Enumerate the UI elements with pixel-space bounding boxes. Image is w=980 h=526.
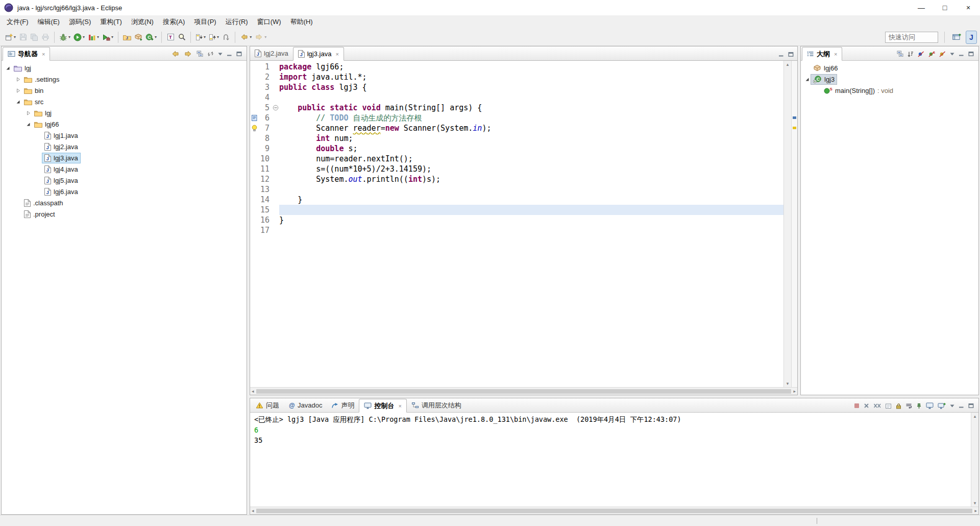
back-button[interactable] [171, 51, 180, 57]
code-text[interactable]: System.out.println((int)s); [279, 174, 783, 184]
scrollbar-thumb[interactable] [256, 389, 792, 394]
tree-item-content[interactable]: Clgj3 [811, 75, 837, 84]
remove-all-button[interactable] [873, 403, 881, 409]
code-text[interactable]: import java.util.*; [279, 72, 783, 82]
minimize-button[interactable] [778, 52, 784, 57]
code-line[interactable]: 8 int num; [250, 133, 783, 144]
code-text[interactable]: } [279, 195, 783, 205]
editor-tab-lgj3[interactable]: Jlgj3.java× [293, 47, 344, 61]
dropdown-arrow-icon[interactable]: ▾ [264, 35, 266, 39]
line-number[interactable]: 10 [258, 154, 272, 164]
menu-item-file[interactable]: 文件(F) [2, 16, 33, 28]
code-line[interactable]: 1package lgj66; [250, 62, 783, 72]
console-area-tab-console[interactable]: 控制台× [359, 399, 406, 413]
back-button[interactable]: ▾ [238, 31, 253, 44]
code-text[interactable] [279, 205, 783, 215]
next-annotation-button[interactable]: ▾ [194, 31, 207, 44]
search-button[interactable] [176, 31, 187, 44]
tree-item[interactable]: .classpath [2, 197, 247, 208]
collapse-all-button[interactable] [897, 51, 903, 57]
close-outline-icon[interactable]: × [834, 51, 837, 57]
last-edit-location-button[interactable] [220, 31, 232, 44]
tree-expand-icon[interactable] [4, 66, 12, 70]
console-area-tab-call-hierarchy[interactable]: 调用层次结构 [407, 398, 466, 412]
close-console-tab-icon[interactable]: × [398, 403, 401, 409]
close-window-button[interactable]: × [957, 0, 980, 15]
maximize-button[interactable] [968, 403, 974, 409]
tree-item-content[interactable]: lgj66 [811, 63, 840, 73]
line-number[interactable]: 4 [258, 92, 272, 103]
console-area-tab-declaration[interactable]: 声明 [327, 398, 359, 412]
tree-item-content[interactable]: .classpath [22, 198, 65, 208]
line-number[interactable]: 15 [258, 205, 272, 215]
minimize-button[interactable] [959, 51, 964, 57]
code-text[interactable]: num=reader.nextInt(); [279, 154, 783, 164]
code-line[interactable]: 12 System.out.println((int)s); [250, 174, 783, 184]
code-text[interactable]: int num; [279, 133, 783, 144]
close-editor-tab-icon[interactable]: × [335, 51, 338, 57]
menu-item-source[interactable]: 源码(S) [64, 16, 95, 28]
code-line[interactable]: 6 // TODO 自动生成的方法存根 [250, 113, 783, 123]
console-horizontal-scrollbar[interactable]: ◂ ▸ [250, 507, 978, 514]
line-number[interactable]: 11 [258, 164, 272, 174]
tree-item[interactable]: Jlgj2.java [2, 141, 247, 152]
code-line[interactable]: 15 [250, 205, 783, 215]
remove-launch-button[interactable] [864, 403, 869, 409]
hide-fields-button[interactable] [918, 51, 924, 57]
tree-expand-icon[interactable] [24, 122, 32, 127]
tree-item[interactable]: bin [2, 85, 247, 96]
menu-item-refactor[interactable]: 重构(T) [95, 16, 127, 28]
tree-item[interactable]: lgj [2, 62, 247, 74]
code-text[interactable]: public static void main(String[] args) { [279, 103, 783, 113]
line-number[interactable]: 13 [258, 184, 272, 195]
terminate-button[interactable] [854, 403, 860, 409]
console-area-tab-problems[interactable]: 问题 [251, 398, 284, 412]
menu-item-edit[interactable]: 编辑(E) [33, 16, 64, 28]
line-number[interactable]: 3 [258, 82, 272, 92]
tree-expand-icon[interactable] [14, 88, 22, 93]
line-number[interactable]: 7 [258, 123, 272, 133]
dropdown-arrow-icon[interactable]: ▾ [14, 35, 16, 39]
run-button[interactable]: ▾ [72, 31, 86, 44]
sort-button[interactable] [908, 51, 914, 57]
tree-item-content[interactable]: lgj66 [32, 119, 61, 129]
maximize-window-button[interactable]: □ [933, 0, 957, 15]
navigator-tab[interactable]: 导航器 × [3, 47, 50, 61]
tree-item[interactable]: Jlgj3.java [2, 152, 247, 163]
scroll-right-icon[interactable]: ▸ [974, 508, 977, 513]
task-marker-overview-icon[interactable] [793, 116, 796, 119]
code-text[interactable] [279, 225, 783, 235]
scroll-left-icon[interactable]: ◂ [252, 508, 254, 513]
tree-item-content[interactable]: src [22, 97, 45, 107]
scroll-up-icon[interactable]: ▴ [787, 62, 789, 67]
link-with-editor-button[interactable] [207, 51, 214, 57]
code-line[interactable]: 7 Scanner reader=new Scanner(System.in); [250, 123, 783, 133]
code-text[interactable]: // TODO 自动生成的方法存根 [279, 113, 783, 123]
scroll-left-icon[interactable]: ◂ [252, 389, 254, 394]
line-number[interactable]: 6 [258, 113, 272, 123]
scroll-down-icon[interactable]: ▾ [787, 381, 789, 386]
line-number[interactable]: 5 [258, 103, 272, 113]
task-marker-icon[interactable] [250, 113, 258, 123]
open-perspective-button[interactable] [951, 31, 963, 44]
tree-item[interactable]: Jlgj1.java [2, 130, 247, 141]
open-type-button[interactable]: T [165, 31, 176, 44]
tree-item[interactable]: src [2, 96, 247, 107]
code-line[interactable]: 3public class lgj3 { [250, 82, 783, 92]
code-line[interactable]: 2import java.util.*; [250, 72, 783, 82]
code-text[interactable]: } [279, 215, 783, 225]
menu-item-search[interactable]: 搜索(A) [158, 16, 189, 28]
tree-item-content[interactable]: Jlgj1.java [42, 131, 80, 140]
clear-button[interactable] [885, 403, 892, 409]
view-menu-button[interactable] [218, 53, 223, 56]
hide-non-public-button[interactable] [939, 51, 946, 57]
forward-button[interactable] [184, 51, 192, 57]
editor-horizontal-scrollbar[interactable]: ◂ ▸ [250, 387, 797, 395]
code-line[interactable]: 16} [250, 215, 783, 225]
line-number[interactable]: 1 [258, 62, 272, 72]
line-number[interactable]: 14 [258, 195, 272, 205]
code-line[interactable]: 5 public static void main(String[] args)… [250, 103, 783, 113]
dropdown-arrow-icon[interactable]: ▾ [155, 35, 157, 39]
tree-item[interactable]: lgj66 [2, 118, 247, 130]
fold-collapse-icon[interactable] [272, 103, 279, 113]
